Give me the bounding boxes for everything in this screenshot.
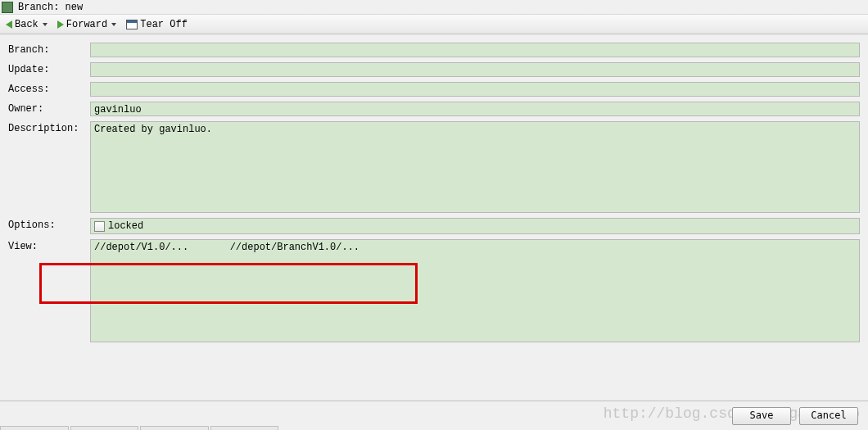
- forward-button[interactable]: Forward: [55, 18, 119, 31]
- form-area: Branch: Update: Access: Owner: gavinluo …: [0, 34, 868, 342]
- tab-stub[interactable]: [210, 426, 279, 430]
- locked-label: locked: [108, 220, 143, 232]
- cancel-button[interactable]: Cancel: [799, 407, 858, 425]
- forward-dropdown-icon: [111, 23, 116, 26]
- description-row: Description: Created by gavinluo.: [8, 121, 860, 213]
- view-field[interactable]: //depot/V1.0/... //depot/BranchV1.0/...: [90, 239, 860, 342]
- options-field: locked: [90, 218, 860, 234]
- tearoff-label: Tear Off: [140, 19, 188, 30]
- tearoff-button[interactable]: Tear Off: [124, 18, 190, 31]
- locked-checkbox[interactable]: [94, 221, 105, 232]
- button-row: Save Cancel: [732, 407, 858, 425]
- save-button[interactable]: Save: [732, 407, 791, 425]
- footer: http://blog.csdn.net/gavinluo Save Cance…: [0, 401, 868, 430]
- back-arrow-icon: [6, 20, 12, 29]
- view-label: View:: [8, 239, 90, 252]
- owner-row: Owner: gavinluo: [8, 102, 860, 116]
- forward-arrow-icon: [57, 20, 64, 29]
- branch-label: Branch:: [8, 43, 90, 56]
- branch-field[interactable]: [90, 43, 860, 57]
- options-label: Options:: [8, 218, 90, 231]
- description-label: Description:: [8, 121, 90, 134]
- tab-stub[interactable]: [70, 426, 139, 430]
- owner-label: Owner:: [8, 102, 90, 115]
- back-button[interactable]: Back: [3, 18, 50, 31]
- update-row: Update:: [8, 62, 860, 77]
- access-label: Access:: [8, 82, 90, 95]
- toolbar: Back Forward Tear Off: [0, 15, 868, 34]
- title-bar: Branch: new: [0, 0, 868, 15]
- app-icon: [2, 2, 13, 13]
- description-field[interactable]: Created by gavinluo.: [90, 121, 860, 213]
- update-label: Update:: [8, 62, 90, 75]
- options-row: Options: locked: [8, 218, 860, 234]
- forward-label: Forward: [66, 19, 107, 30]
- access-row: Access:: [8, 82, 860, 97]
- view-row: View: //depot/V1.0/... //depot/BranchV1.…: [8, 239, 860, 342]
- update-field[interactable]: [90, 62, 860, 77]
- branch-row: Branch:: [8, 43, 860, 57]
- back-label: Back: [15, 19, 38, 30]
- tab-stubs: [0, 426, 278, 430]
- owner-field[interactable]: gavinluo: [90, 102, 860, 116]
- back-dropdown-icon: [43, 23, 47, 26]
- access-field[interactable]: [90, 82, 860, 97]
- tearoff-icon: [126, 20, 138, 29]
- tab-stub[interactable]: [140, 426, 209, 430]
- window-title: Branch: new: [18, 2, 83, 13]
- tab-stub[interactable]: [0, 426, 69, 430]
